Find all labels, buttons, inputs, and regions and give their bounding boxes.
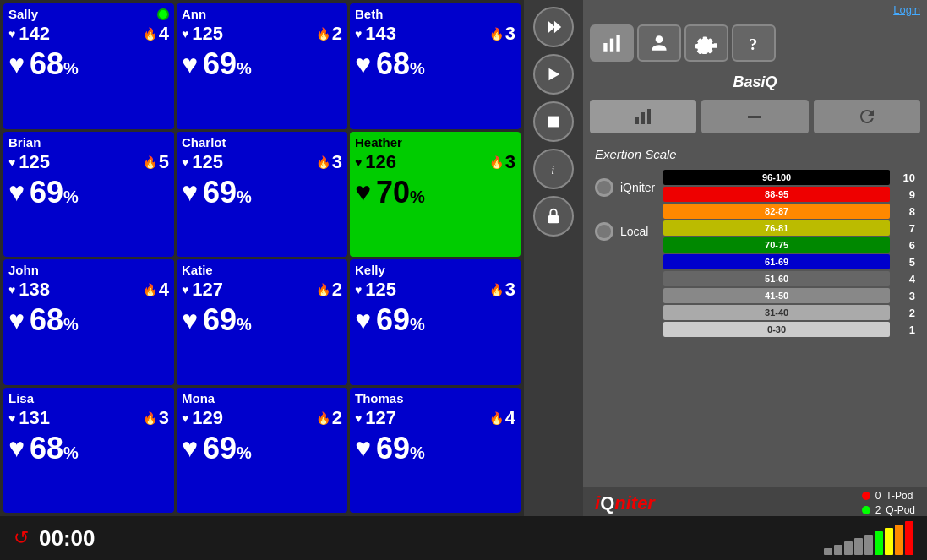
athlete-card-john[interactable]: John ♥ 138 🔥 4 ♥ 68%	[3, 259, 174, 385]
signal-bar-0	[824, 548, 832, 555]
heart-large-kelly: ♥	[355, 305, 371, 336]
exertion-content: iQniter Local 96-100 10 88-95 9 82-87 8 …	[595, 170, 915, 339]
stop-button[interactable]	[533, 101, 574, 142]
tab-chart[interactable]	[590, 24, 634, 62]
hr-value-brian: 125	[19, 151, 50, 173]
scale-num-7: 3	[895, 290, 915, 302]
scale-num-9: 1	[895, 323, 915, 336]
fast-forward-button[interactable]	[533, 7, 574, 47]
panel-title: BasiQ	[583, 67, 927, 95]
flame-icon-heather: 🔥	[489, 155, 504, 169]
svg-rect-8	[616, 35, 619, 52]
flame-section-lisa: 🔥 3	[143, 407, 169, 429]
flame-section-thomas: 🔥 4	[489, 407, 515, 429]
svg-rect-14	[748, 116, 761, 118]
scale-section: 96-100 10 88-95 9 82-87 8 76-81 7 70-75 …	[663, 170, 915, 339]
athlete-name-charlot: Charlot	[182, 135, 226, 150]
svg-marker-0	[548, 21, 555, 34]
timer-icon: ↺	[14, 527, 29, 549]
percent-sign-heather: %	[410, 188, 425, 206]
athlete-card-sally[interactable]: Sally ♥ 142 🔥 4 ♥ 68%	[3, 3, 174, 129]
logo-q: Q	[600, 492, 614, 514]
t-pod-row: 0 T-Pod	[862, 490, 915, 502]
flame-section-charlot: 🔥 3	[316, 151, 342, 173]
svg-text:?: ?	[750, 35, 758, 53]
flame-icon-mona: 🔥	[316, 411, 330, 425]
stats-row-heather: ♥ 126 🔥 3	[355, 151, 515, 173]
t-pod-dot	[862, 492, 870, 500]
svg-rect-5	[548, 215, 559, 223]
flame-icon-kelly: 🔥	[489, 283, 504, 296]
info-button[interactable]: i	[533, 149, 574, 189]
percent-row-kelly: ♥ 69%	[355, 302, 515, 338]
signal-bar-1	[834, 545, 842, 555]
percent-value-brian: 69%	[30, 175, 79, 210]
percent-sign-brian: %	[63, 188, 79, 206]
percent-sign-charlot: %	[237, 188, 252, 206]
logo-niter: niter	[614, 492, 655, 514]
athlete-card-ann[interactable]: Ann ♥ 125 🔥 2 ♥ 69%	[177, 3, 347, 129]
athlete-card-kelly[interactable]: Kelly ♥ 125 🔥 3 ♥ 69%	[350, 259, 521, 385]
control-bar: i	[524, 0, 583, 516]
svg-rect-3	[548, 117, 559, 128]
stats-row-brian: ♥ 125 🔥 5	[8, 151, 169, 173]
percent-sign-beth: %	[410, 59, 425, 78]
tab-user[interactable]	[637, 24, 681, 62]
athlete-card-heather[interactable]: Heather ♥ 126 🔥 3 ♥ 70%	[350, 132, 521, 258]
name-row-katie: Katie	[182, 263, 342, 277]
name-row-john: John	[8, 263, 169, 277]
athlete-card-brian[interactable]: Brian ♥ 125 🔥 5 ♥ 69%	[3, 132, 174, 258]
name-row-charlot: Charlot	[182, 135, 342, 150]
athlete-card-thomas[interactable]: Thomas ♥ 127 🔥 4 ♥ 69%	[350, 388, 521, 514]
radio-iqniter[interactable]: iQniter	[595, 178, 655, 197]
athlete-card-lisa[interactable]: Lisa ♥ 131 🔥 3 ♥ 68%	[3, 388, 174, 514]
name-row-beth: Beth	[355, 7, 515, 21]
percent-sign-sally: %	[63, 59, 79, 78]
percent-row-charlot: ♥ 69%	[182, 175, 342, 210]
tab-help[interactable]: ?	[732, 24, 776, 62]
flame-section-mona: 🔥 2	[316, 407, 342, 429]
stats-row-lisa: ♥ 131 🔥 3	[8, 407, 169, 429]
percent-value-thomas: 69%	[376, 431, 425, 466]
cal-value-ann: 2	[332, 23, 342, 45]
heart-large-heather: ♥	[355, 177, 371, 208]
right-tabs: ?	[583, 19, 927, 67]
flame-section-heather: 🔥 3	[489, 151, 515, 173]
flame-icon-john: 🔥	[143, 283, 157, 296]
name-row-lisa: Lisa	[8, 391, 169, 405]
panel-body: Exertion Scale iQniter Local 96-100 10 8	[583, 139, 927, 487]
athlete-card-beth[interactable]: Beth ♥ 143 🔥 3 ♥ 68%	[350, 3, 521, 129]
percent-value-lisa: 68%	[30, 431, 79, 466]
heart-large-charlot: ♥	[182, 177, 198, 208]
hr-value-kelly: 125	[365, 279, 396, 301]
scale-num-5: 5	[895, 256, 915, 269]
stats-row-katie: ♥ 127 🔥 2	[182, 279, 342, 301]
tab-settings[interactable]	[684, 24, 728, 62]
heart-icon-katie: ♥	[182, 283, 188, 296]
subtab-refresh[interactable]	[814, 100, 920, 133]
scale-num-4: 6	[895, 239, 915, 252]
lock-button[interactable]	[533, 196, 574, 237]
flame-section-katie: 🔥 2	[316, 279, 342, 301]
subtab-barchart[interactable]	[590, 100, 696, 133]
subtab-dash[interactable]	[701, 100, 808, 133]
percent-row-sally: ♥ 68%	[8, 46, 169, 82]
percent-row-heather: ♥ 70%	[355, 175, 515, 210]
athlete-card-charlot[interactable]: Charlot ♥ 125 🔥 3 ♥ 69%	[177, 132, 347, 258]
radio-local[interactable]: Local	[595, 222, 655, 241]
heart-icon-brian: ♥	[8, 155, 15, 169]
radio-iqniter-label: iQniter	[620, 181, 655, 194]
percent-row-brian: ♥ 69%	[8, 175, 169, 210]
signal-bar-3	[854, 538, 863, 555]
login-link[interactable]: Login	[893, 3, 920, 16]
svg-rect-6	[603, 43, 607, 52]
flame-icon-sally: 🔥	[143, 27, 157, 41]
percent-sign-john: %	[63, 315, 79, 334]
signal-bar-4	[864, 535, 873, 555]
percent-row-thomas: ♥ 69%	[355, 431, 515, 466]
athlete-name-mona: Mona	[182, 391, 215, 405]
play-button[interactable]	[533, 54, 574, 95]
athlete-card-mona[interactable]: Mona ♥ 129 🔥 2 ♥ 69%	[177, 388, 347, 514]
name-row-heather: Heather	[355, 135, 515, 150]
athlete-card-katie[interactable]: Katie ♥ 127 🔥 2 ♥ 69%	[177, 259, 347, 385]
